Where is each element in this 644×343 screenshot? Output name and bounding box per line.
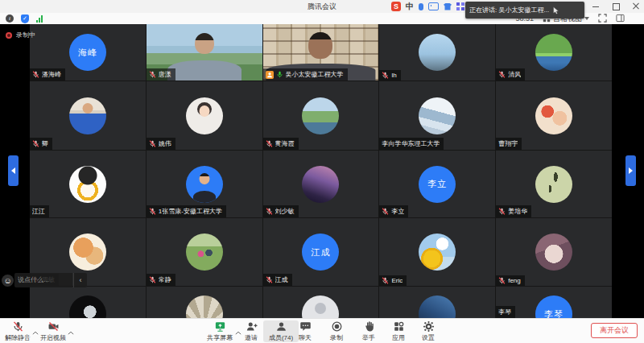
participant-tile[interactable]: 江成 江成 (263, 218, 379, 286)
participant-tile[interactable]: 吴小太安徽工程大学 (263, 24, 379, 81)
participant-tile[interactable]: 曹翔宇 (496, 81, 612, 150)
participant-tile[interactable]: 黄海霞 (263, 81, 379, 150)
participant-name: lh (391, 72, 396, 79)
participant-tile[interactable]: 清风 (496, 24, 612, 81)
mic-status-icon (382, 72, 389, 79)
participant-tile[interactable]: 李琴 李琴 (496, 287, 612, 318)
participant-avatar (186, 166, 223, 203)
close-button[interactable] (632, 2, 640, 10)
participant-name: 潘海峰 (42, 70, 61, 79)
participant-tile[interactable] (263, 287, 379, 318)
minimize-button[interactable] (592, 2, 600, 10)
screen-share-icon (214, 320, 226, 333)
participant-tile[interactable]: lh (379, 24, 495, 81)
voice-input-icon[interactable] (419, 3, 423, 10)
host-badge-icon (266, 71, 274, 79)
participant-tile[interactable]: 海峰 潘海峰 (30, 24, 146, 81)
chat-quick-input[interactable]: 说点什么... (14, 273, 72, 287)
toolbar-item-apps[interactable]: 应用 (386, 320, 411, 342)
mic-status-icon (266, 140, 273, 147)
participant-tile[interactable]: 江江 (30, 151, 146, 217)
chevron-right-icon (629, 167, 633, 174)
ime-tray: S 中 (391, 1, 464, 12)
participant-name-label: 黄海霞 (263, 138, 299, 150)
participant-tile[interactable]: 1张雪康-安徽工程大学 (147, 151, 262, 217)
participant-name: 姚伟 (159, 139, 171, 148)
meeting-info-icon[interactable]: i (6, 14, 14, 23)
chat-collapse-button[interactable]: ‹ (73, 273, 87, 287)
participant-tile[interactable]: 刘少敏 (263, 151, 379, 217)
leave-meeting-button[interactable]: 离开会议 (591, 323, 638, 338)
participant-name-label: 姜培华 (496, 205, 531, 217)
toolbar-item-label: 举手 (362, 333, 375, 342)
participant-avatar (419, 34, 456, 71)
ime-skin-icon[interactable] (444, 3, 452, 10)
participant-tile[interactable] (147, 287, 262, 318)
participant-name: 刘少敏 (275, 207, 295, 216)
participant-avatar (419, 233, 456, 271)
raise-hand-icon (363, 320, 375, 333)
chat-icon (299, 320, 312, 333)
ime-mode-indicator[interactable]: 中 (406, 1, 414, 12)
participant-name: Eric (391, 277, 402, 284)
meeting-info-group: i ✓ (6, 13, 43, 24)
participant-name-label: 曹翔宇 (496, 138, 522, 150)
mouse-cursor-icon (552, 6, 560, 14)
toolbar-item-screen-share[interactable]: 共享屏幕 (202, 320, 237, 342)
participant-name-label: 潘海峰 (30, 68, 65, 81)
toolbar-item-label: 聊天 (299, 333, 312, 342)
participant-name: 李琴 (498, 308, 511, 316)
participant-tile[interactable] (30, 287, 146, 318)
toolbar-item-record[interactable]: 录制 (324, 320, 349, 342)
camera-off-icon (47, 320, 60, 333)
toolbar-item-camera-off[interactable]: 开启视频 (36, 320, 70, 342)
participant-tile[interactable]: 唐漾 (147, 24, 262, 81)
network-signal-icon (36, 15, 43, 23)
toolbar-item-invite[interactable]: 邀请 (238, 320, 264, 342)
video-grid-stage: 海峰 潘海峰 唐漾 吴小太安徽工程大学 lh (0, 24, 644, 318)
maximize-button[interactable] (612, 2, 620, 10)
ime-toolbox-icon[interactable] (456, 2, 464, 10)
participant-tile[interactable]: 李向学华东理工大学 (379, 81, 495, 150)
mic-status-icon (276, 71, 283, 78)
participant-name: 1张雪康-安徽工程大学 (159, 207, 222, 216)
participant-tile[interactable]: 姚伟 (147, 81, 262, 150)
toolbar-item-raise-hand[interactable]: 举手 (356, 320, 382, 342)
toolbar-item-label: 应用 (392, 333, 405, 342)
participant-tile[interactable]: 常静 (147, 218, 262, 286)
participant-grid: 海峰 潘海峰 唐漾 吴小太安徽工程大学 lh (30, 24, 612, 318)
participant-tile[interactable]: 姜培华 (496, 151, 612, 217)
participant-avatar (535, 34, 572, 71)
members-icon (275, 320, 287, 333)
toolbar-item-mic-off[interactable]: 解除静音 (1, 320, 35, 342)
participant-tile[interactable]: 卿 (30, 81, 146, 150)
participant-avatar: 李立 (419, 166, 456, 203)
security-shield-icon[interactable]: ✓ (21, 14, 29, 23)
toolbar-item-label: 录制 (330, 333, 343, 342)
sogou-input-icon[interactable]: S (391, 2, 401, 11)
participant-avatar (69, 97, 106, 134)
participant-name: 曹翔宇 (498, 139, 518, 148)
emoji-button[interactable]: ☺ (2, 275, 14, 287)
next-page-button[interactable] (625, 155, 636, 186)
toolbar-item-label: 开启视频 (40, 333, 66, 342)
participant-name-label: 1张雪康-安徽工程大学 (147, 205, 226, 217)
participant-name: 李立 (391, 207, 404, 216)
participant-tile[interactable] (379, 287, 495, 318)
toolbar-item-chat[interactable]: 聊天 (292, 320, 318, 342)
participant-tile[interactable]: Eric (379, 218, 495, 286)
soft-keyboard-icon[interactable] (428, 2, 439, 10)
participant-avatar: 海峰 (69, 34, 106, 71)
participant-tile[interactable]: 李立 李立 (379, 151, 495, 217)
toolbar-item-label: 设置 (422, 333, 435, 342)
apps-icon (393, 320, 405, 333)
participant-name: 吴小太安徽工程大学 (286, 70, 344, 79)
participant-name: feng (508, 277, 521, 284)
chevron-up-icon[interactable] (68, 324, 74, 338)
toolbar-item-settings[interactable]: 设置 (415, 320, 441, 342)
participant-tile[interactable]: feng (496, 218, 612, 286)
chat-quickbar: ☺ 说点什么... ‹ (2, 273, 87, 287)
participant-avatar: 江成 (302, 233, 339, 271)
prev-page-button[interactable] (8, 155, 19, 186)
participant-name-label: 唐漾 (147, 68, 175, 81)
